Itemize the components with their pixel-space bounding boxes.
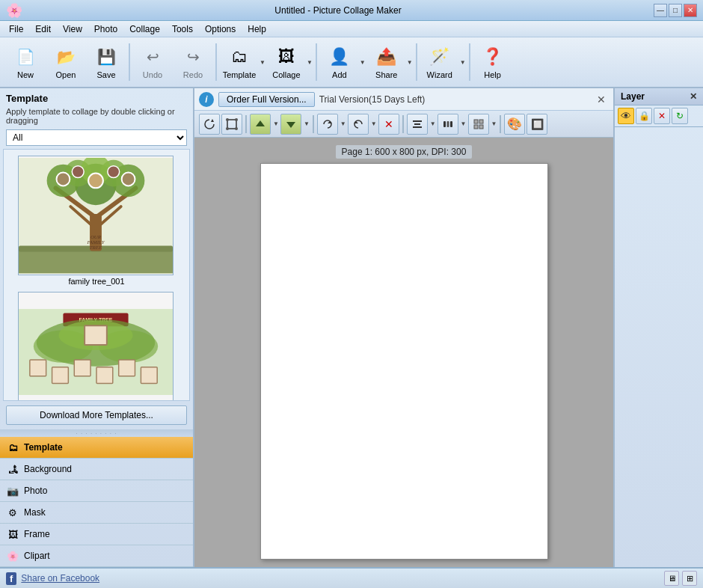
menu-options[interactable]: Options — [199, 22, 242, 36]
title-bar: 🌸 Untitled - Picture Collage Maker — □ ✕ — [0, 0, 703, 21]
minimize-button[interactable]: — — [654, 4, 667, 17]
sec-btn-rotate-left[interactable] — [199, 114, 220, 135]
layer-btn-visibility[interactable]: 👁 — [618, 108, 634, 124]
add-dropdown-arrow[interactable]: ▼ — [360, 59, 366, 66]
sec-btn-move-up[interactable] — [250, 114, 271, 135]
template-button[interactable]: 🗂 Template — [220, 40, 259, 84]
sec-btn-move-down[interactable] — [280, 114, 301, 135]
template-filter-dropdown[interactable]: All Birthday Wedding Family Holiday Trav… — [6, 129, 187, 146]
layer-btn-refresh[interactable]: ↻ — [672, 108, 688, 124]
redo-button[interactable]: ↪ Redo — [174, 40, 212, 84]
svg-rect-34 — [141, 367, 157, 383]
maximize-button[interactable]: □ — [669, 4, 682, 17]
save-button[interactable]: 💾 Save — [87, 40, 126, 84]
tab-background[interactable]: 🏞 Background — [0, 459, 193, 480]
list-item[interactable]: FAMILY TREE — [18, 292, 175, 401]
panel-resize-handle[interactable] — [0, 429, 193, 437]
layer-btn-delete[interactable]: ✕ — [654, 108, 670, 124]
template-tab-icon: 🗂 — [6, 441, 19, 454]
menu-collage[interactable]: Collage — [123, 22, 166, 36]
add-button[interactable]: 👤 Add — [320, 40, 359, 84]
sec-btn-align[interactable] — [407, 114, 428, 135]
layer-btn-lock[interactable]: 🔒 — [636, 108, 652, 124]
rotate-ccw-arrow[interactable]: ▼ — [371, 120, 377, 127]
help-button[interactable]: ❓ Help — [473, 40, 512, 84]
share-dropdown-arrow[interactable]: ▼ — [407, 59, 413, 66]
sec-btn-photo-mask[interactable]: 🔲 — [527, 114, 547, 135]
app-title: Untitled - Picture Collage Maker — [22, 5, 654, 16]
photo-tab-icon: 📷 — [6, 484, 19, 497]
redo-icon: ↪ — [181, 45, 205, 69]
template-btn-group: 🗂 Template ▼ — [220, 40, 265, 84]
template-panel-desc: Apply template to collage by double clic… — [0, 105, 193, 128]
move-up-dropdown: ▼ — [272, 120, 279, 127]
mask-tab-icon: ⚙ — [6, 506, 19, 519]
tab-frame[interactable]: 🖼 Frame — [0, 524, 193, 545]
sec-btn-delete[interactable]: ✕ — [378, 114, 399, 135]
svg-rect-32 — [96, 367, 113, 383]
list-item[interactable]: OUR FAMILY TREE family tree_001 — [18, 156, 175, 286]
template-panel-title: Template — [0, 88, 193, 105]
svg-point-39 — [235, 118, 238, 121]
undo-button[interactable]: ↩ Undo — [133, 40, 172, 84]
open-button[interactable]: 📂 Open — [46, 40, 85, 84]
right-area: i Order Full Version... Trial Version(15… — [194, 88, 613, 567]
tab-photo[interactable]: 📷 Photo — [0, 480, 193, 502]
info-icon[interactable]: i — [199, 92, 214, 107]
order-full-version-button[interactable]: Order Full Version... — [218, 92, 315, 107]
menu-tools[interactable]: Tools — [166, 22, 199, 36]
close-button[interactable]: ✕ — [684, 4, 697, 17]
secondary-toolbar: ▼ ▼ ▼ ▼ ✕ — [194, 111, 613, 138]
new-button[interactable]: 📄 New — [6, 40, 45, 84]
sec-btn-transform[interactable] — [221, 114, 242, 135]
rotate-ccw-dropdown: ▼ — [370, 120, 377, 127]
wizard-button[interactable]: 🪄 Wizard — [420, 40, 459, 84]
collage-icon: 🖼 — [274, 45, 298, 69]
facebook-label[interactable]: Share on Facebook — [21, 573, 99, 584]
align-dropdown: ▼ — [429, 120, 436, 127]
tab-template[interactable]: 🗂 Template — [0, 437, 193, 459]
status-btn-2[interactable]: ⊞ — [682, 571, 697, 586]
background-tab-icon: 🏞 — [6, 462, 19, 476]
align-arrow[interactable]: ▼ — [430, 120, 436, 127]
sec-btn-zoom[interactable] — [468, 114, 489, 135]
download-templates-button[interactable]: Download More Templates... — [6, 405, 187, 425]
trial-close-button[interactable]: ✕ — [594, 92, 609, 107]
wizard-dropdown-arrow[interactable]: ▼ — [460, 59, 466, 66]
help-icon: ❓ — [481, 45, 505, 69]
svg-point-18 — [108, 165, 120, 177]
menu-view[interactable]: View — [57, 22, 88, 36]
menu-file[interactable]: File — [3, 22, 29, 36]
rotate-cw-arrow[interactable]: ▼ — [340, 120, 346, 127]
distribute-arrow[interactable]: ▼ — [461, 120, 467, 127]
frame-tab-icon: 🖼 — [6, 527, 19, 541]
zoom-arrow[interactable]: ▼ — [491, 120, 497, 127]
tab-mask[interactable]: ⚙ Mask — [0, 502, 193, 524]
menu-edit[interactable]: Edit — [29, 22, 57, 36]
collage-dropdown-arrow[interactable]: ▼ — [307, 59, 313, 66]
svg-point-15 — [57, 172, 70, 186]
move-up-arrow[interactable]: ▼ — [273, 120, 279, 127]
share-button[interactable]: 📤 Share — [367, 40, 406, 84]
template-label-1: family tree_001 — [18, 277, 175, 286]
collage-button[interactable]: 🖼 Collage — [267, 40, 306, 84]
menu-photo[interactable]: Photo — [88, 22, 123, 36]
sec-btn-photo-edit[interactable]: 🎨 — [504, 114, 525, 135]
sec-sep-1 — [245, 115, 247, 133]
sec-btn-distribute[interactable] — [438, 114, 458, 135]
rotate-cw-dropdown: ▼ — [340, 120, 346, 127]
menu-help[interactable]: Help — [242, 22, 272, 36]
status-btn-1[interactable]: 🖥 — [664, 571, 679, 586]
sec-btn-rotate-ccw[interactable] — [348, 114, 369, 135]
toolbar-sep-1 — [129, 43, 130, 81]
menu-bar: File Edit View Photo Collage Tools Optio… — [0, 21, 703, 37]
template-dropdown-arrow[interactable]: ▼ — [260, 59, 265, 66]
canvas-area: Page 1: 600 x 800 px, DPI: 300 — [194, 138, 613, 567]
sec-sep-3 — [402, 115, 404, 133]
move-down-arrow[interactable]: ▼ — [304, 120, 310, 127]
canvas-page[interactable] — [260, 163, 548, 560]
sec-btn-rotate-cw[interactable] — [317, 114, 338, 135]
svg-rect-30 — [52, 367, 69, 383]
layer-close-button[interactable]: ✕ — [690, 91, 697, 102]
tab-clipart[interactable]: 🌸 Clipart — [0, 545, 193, 567]
